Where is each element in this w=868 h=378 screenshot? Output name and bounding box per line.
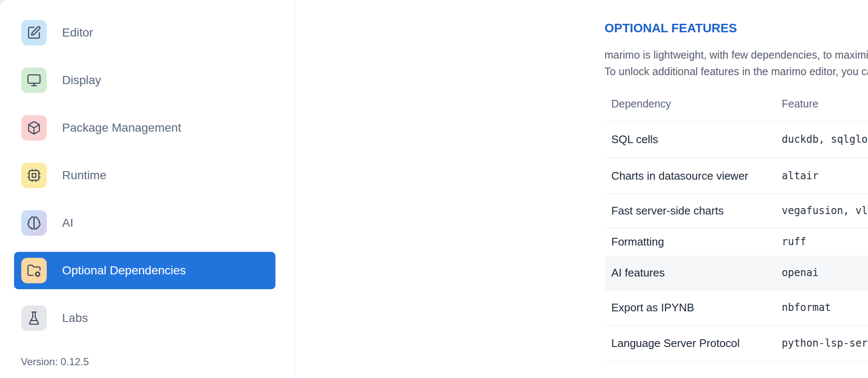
settings-sidebar: Editor Display Package Management Runtim… [0, 0, 295, 378]
feature-cell: vegafusion, vl-convert-python [782, 205, 868, 217]
dialog-panel: Editor Display Package Management Runtim… [0, 0, 868, 378]
sidebar-item-label: Package Management [62, 121, 181, 135]
optional-features-panel: OPTIONAL FEATURES marimo is lightweight,… [295, 0, 868, 378]
table-row: Formatting ruff Installed [605, 228, 868, 256]
sidebar-item-label: Display [62, 73, 101, 87]
table-header-row: Dependency Feature Status [605, 87, 868, 121]
column-header-feature: Feature [782, 98, 818, 110]
sidebar-item-label: AI [62, 216, 73, 230]
sidebar-item-optional-dependencies[interactable]: Optional Dependencies [14, 252, 275, 289]
description-line: To unlock additional features in the mar… [604, 63, 868, 80]
brain-icon [21, 210, 47, 236]
dependency-cell: Fast server-side charts [611, 204, 723, 217]
table-row: AI features openai Install with uv [605, 256, 868, 290]
dependency-cell: Charts in datasource viewer [611, 169, 748, 182]
sidebar-item-package-management[interactable]: Package Management [14, 109, 275, 147]
monitor-icon [21, 68, 47, 93]
table-row: Fast server-side charts vegafusion, vl-c… [605, 194, 868, 228]
dependency-cell: AI features [611, 266, 665, 279]
table-row: SQL cells duckdb, sqlglot Install with u… [605, 121, 868, 158]
description-text: marimo is lightweight, with few dependen… [604, 47, 868, 80]
cpu-icon [21, 163, 47, 188]
sidebar-item-runtime[interactable]: Runtime [14, 157, 275, 194]
description-line: marimo is lightweight, with few dependen… [604, 47, 868, 63]
page-title: OPTIONAL FEATURES [604, 21, 737, 35]
feature-cell: altair [782, 170, 819, 182]
version-label: Version: 0.12.5 [21, 356, 89, 368]
feature-cell: python-lsp-server, websockets [782, 337, 868, 349]
feature-cell: openai [782, 267, 819, 279]
sidebar-item-label: Labs [62, 311, 88, 325]
sidebar-item-labs[interactable]: Labs [14, 299, 275, 337]
folder-cog-icon [21, 258, 47, 283]
sidebar-item-ai[interactable]: AI [14, 204, 275, 242]
feature-cell: ruff [782, 236, 806, 248]
feature-cell: nbformat [782, 302, 831, 313]
column-header-dependency: Dependency [611, 98, 671, 110]
dependency-cell: Export as IPYNB [611, 301, 694, 314]
flask-icon [21, 305, 47, 331]
table-row: Language Server Protocol python-lsp-serv… [605, 325, 868, 361]
sidebar-item-display[interactable]: Display [14, 62, 275, 99]
feature-cell: duckdb, sqlglot [782, 133, 868, 145]
square-pen-icon [21, 20, 47, 45]
package-box-icon [21, 115, 47, 141]
sidebar-item-label: Optional Dependencies [62, 264, 186, 277]
dependency-cell: SQL cells [611, 133, 658, 146]
settings-dialog: Editor Display Package Management Runtim… [0, 0, 868, 378]
dependency-cell: Language Server Protocol [611, 337, 740, 350]
dependency-cell: Formatting [611, 235, 664, 248]
sidebar-item-label: Editor [62, 26, 93, 39]
sidebar-item-editor[interactable]: Editor [14, 14, 275, 51]
sidebar-item-label: Runtime [62, 169, 106, 182]
table-row: Charts in datasource viewer altair Insta… [605, 158, 868, 194]
table-row: Export as IPYNB nbformat Install with uv [605, 290, 868, 326]
